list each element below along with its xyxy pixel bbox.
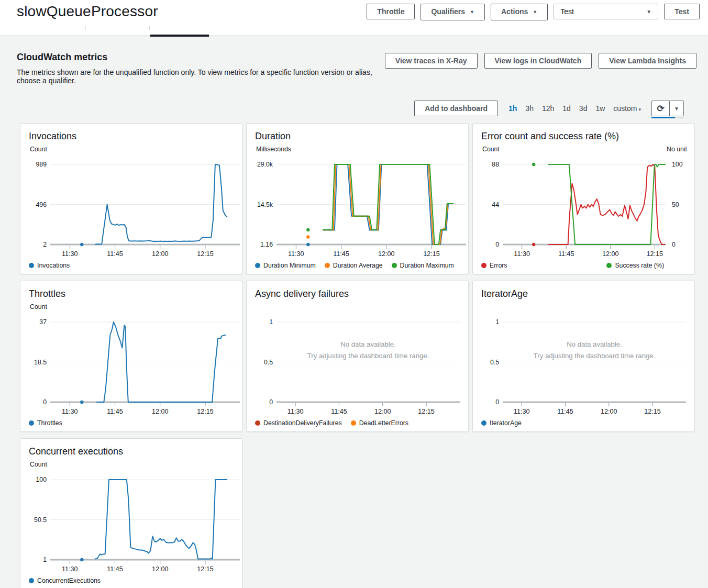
legend-color-dot [392, 263, 397, 268]
chart-legend: ErrorsSuccess rate (%) [481, 262, 691, 269]
svg-text:0.5: 0.5 [490, 359, 499, 366]
range-1d[interactable]: 1d [562, 104, 571, 113]
legend-item[interactable]: Duration Minimum [255, 262, 316, 269]
chevron-down-icon: ▼ [470, 9, 474, 15]
svg-text:11:30: 11:30 [62, 250, 78, 258]
legend-item[interactable]: Duration Maximum [392, 262, 454, 269]
actions-dropdown-button[interactable]: Actions▼ [491, 4, 548, 20]
svg-text:50: 50 [672, 201, 679, 208]
qualifiers-dropdown-button[interactable]: Qualifiers▼ [421, 4, 485, 20]
legend-item[interactable]: ConcurrentExecutions [29, 577, 101, 584]
range-1h[interactable]: 1h [508, 104, 517, 113]
legend-item[interactable]: Invocations [29, 262, 70, 269]
legend-label: IteratorAge [490, 419, 522, 427]
metrics-content: CloudWatch metrics The metrics shown are… [0, 36, 708, 588]
legend-color-dot [481, 263, 486, 268]
view-buttons: View traces in X-Ray View logs in CloudW… [385, 53, 696, 69]
section-heading: CloudWatch metrics [17, 52, 385, 63]
concurrent-executions-card: Concurrent executions 10050.51Count11:30… [20, 438, 242, 588]
svg-text:18.5: 18.5 [34, 359, 47, 366]
svg-text:0: 0 [269, 398, 273, 406]
svg-text:2: 2 [43, 241, 47, 248]
legend-color-dot [325, 263, 330, 268]
tab-separator [149, 26, 150, 30]
svg-text:1: 1 [269, 318, 273, 326]
legend-color-dot [29, 420, 34, 426]
legend-label: Duration Minimum [263, 262, 316, 269]
range-3d[interactable]: 3d [579, 104, 588, 113]
svg-text:No unit: No unit [667, 146, 688, 153]
test-event-select[interactable]: Test▼ [554, 4, 658, 19]
view-logs-button[interactable]: View logs in CloudWatch [484, 53, 592, 69]
svg-text:0: 0 [43, 398, 47, 406]
range-1w[interactable]: 1w [595, 104, 605, 113]
legend-label: ConcurrentExecutions [37, 577, 101, 584]
chevron-down-icon: ▼ [533, 9, 537, 15]
legend-label: Errors [490, 262, 507, 269]
svg-text:11:45: 11:45 [333, 250, 349, 258]
chart-title: Invocations [29, 130, 239, 142]
legend-item[interactable]: DestinationDeliveryFailures [255, 419, 342, 427]
add-to-dashboard-button[interactable]: Add to dashboard [414, 101, 498, 116]
error-success-card: Error count and success rate (%) 8844010… [472, 123, 695, 274]
svg-text:Count: Count [30, 303, 47, 310]
svg-text:12:00: 12:00 [601, 408, 617, 415]
test-button[interactable]: Test [664, 4, 700, 19]
legend-item[interactable]: Errors [481, 262, 507, 269]
range-3h[interactable]: 3h [525, 104, 534, 113]
view-xray-button[interactable]: View traces in X-Ray [385, 53, 478, 69]
refresh-button[interactable]: ⟳ [651, 101, 670, 116]
svg-text:12:15: 12:15 [647, 250, 663, 258]
invocations-chart: 9894962Count11:3011:4512:0012:15 [29, 143, 240, 261]
svg-text:88: 88 [492, 161, 499, 168]
iterator-age-card: IteratorAge 10.5011:3011:4512:0012:15No … [472, 281, 695, 432]
svg-text:11:30: 11:30 [514, 250, 530, 258]
legend-color-dot [606, 263, 612, 268]
chart-legend: Invocations [29, 262, 239, 269]
chevron-down-icon: ▼ [646, 9, 651, 15]
legend-color-dot [255, 263, 260, 268]
throttle-button[interactable]: Throttle [367, 4, 415, 19]
svg-text:11:45: 11:45 [107, 565, 123, 573]
metrics-cards-grid: Invocations 9894962Count11:3011:4512:001… [20, 123, 696, 588]
svg-text:11:45: 11:45 [107, 408, 123, 415]
chart-title: IteratorAge [481, 288, 691, 299]
legend-item[interactable]: Throttles [29, 419, 62, 427]
svg-text:989: 989 [36, 161, 47, 168]
svg-text:11:30: 11:30 [514, 408, 530, 415]
svg-text:No data available.: No data available. [567, 340, 622, 348]
svg-text:0: 0 [495, 398, 499, 406]
legend-item[interactable]: Duration Average [325, 262, 383, 269]
refresh-options-button[interactable]: ▼ [670, 101, 684, 116]
svg-text:12:15: 12:15 [644, 408, 661, 415]
svg-text:12:15: 12:15 [197, 565, 214, 573]
time-range-selector: 1h 3h 12h 1d 3d 1w custom▾ [508, 104, 641, 113]
chart-title: Concurrent executions [29, 446, 239, 457]
svg-text:Count: Count [30, 461, 47, 468]
view-insights-button[interactable]: View Lambda Insights [599, 53, 696, 69]
chart-title: Duration [255, 130, 465, 142]
svg-text:12:00: 12:00 [152, 565, 169, 573]
range-custom[interactable]: custom▾ [613, 104, 641, 113]
svg-text:12:15: 12:15 [423, 250, 440, 258]
svg-text:11:30: 11:30 [288, 250, 304, 258]
svg-text:No data available.: No data available. [340, 340, 396, 348]
error-success-chart: 88440100500CountNo unit11:3011:4512:0012… [481, 143, 692, 261]
chart-title: Error count and success rate (%) [481, 130, 691, 142]
legend-color-dot [255, 420, 260, 426]
svg-text:12:00: 12:00 [152, 408, 169, 415]
active-tab-indicator [150, 35, 209, 37]
chart-legend: Duration MinimumDuration AverageDuration… [255, 262, 465, 269]
async-failures-chart: 10.5011:3011:4512:0012:15No data availab… [255, 301, 466, 419]
svg-text:100: 100 [36, 476, 47, 483]
tabs-bar [0, 25, 708, 36]
legend-item[interactable]: IteratorAge [481, 419, 522, 427]
svg-text:29.0k: 29.0k [257, 161, 273, 168]
legend-item[interactable]: Success rate (%) [606, 262, 664, 269]
svg-text:12:15: 12:15 [197, 408, 214, 415]
legend-color-dot [29, 578, 34, 583]
range-12h[interactable]: 12h [542, 104, 554, 113]
chevron-down-icon: ▼ [674, 106, 679, 112]
svg-text:14.5k: 14.5k [257, 201, 273, 208]
legend-item[interactable]: DeadLetterErrors [351, 419, 408, 427]
